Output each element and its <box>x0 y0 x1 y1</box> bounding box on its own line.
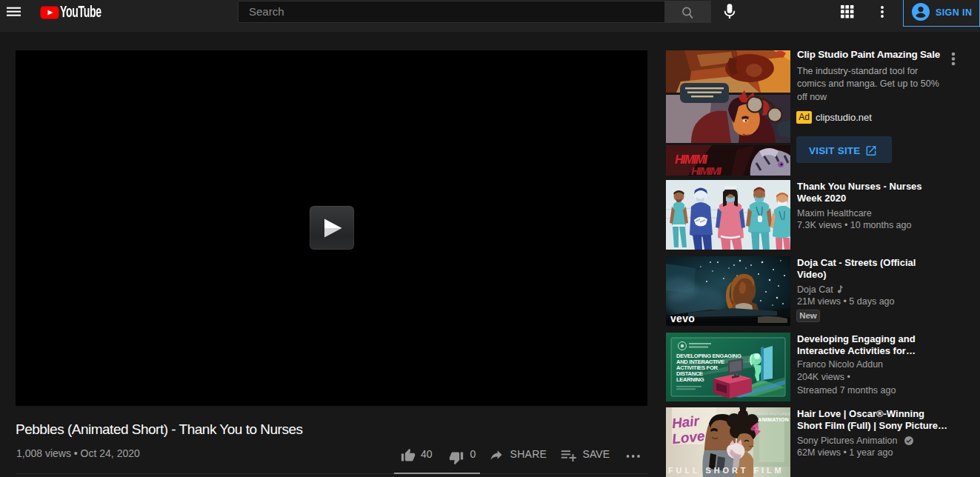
svg-text:vevo: vevo <box>670 313 695 324</box>
svg-text:LEARNING: LEARNING <box>676 376 704 383</box>
svg-text:HIMIMI: HIMIMI <box>691 164 722 176</box>
svg-text:ANIMATION: ANIMATION <box>758 416 789 423</box>
svg-text:FULL SHORT FILM: FULL SHORT FILM <box>668 466 784 475</box>
